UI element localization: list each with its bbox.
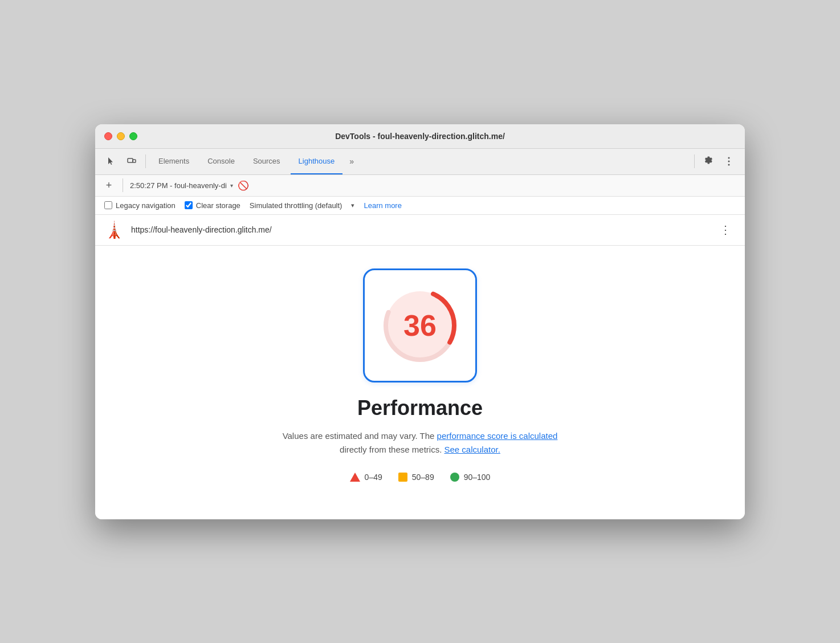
devtools-window: DevTools - foul-heavenly-direction.glitc… [95,124,745,519]
close-button[interactable] [104,132,112,140]
perf-score-link[interactable]: performance score is calculated [437,431,558,441]
score-value: 36 [403,308,437,343]
description-text: Values are estimated and may vary. The [283,431,435,441]
legacy-navigation-group: Legacy navigation [104,201,176,210]
legacy-navigation-checkbox[interactable] [104,201,112,209]
gauge-inner: 36 [374,280,466,371]
sec-divider [123,178,123,192]
window-title: DevTools - foul-heavenly-direction.glitc… [335,132,505,141]
svg-point-2 [728,157,730,159]
score-gauge: 36 [363,268,477,382]
svg-point-4 [728,164,730,166]
performance-title: Performance [357,396,483,420]
green-circle-icon [450,473,459,482]
traffic-lights [104,132,137,140]
clear-storage-group: Clear storage [185,201,240,210]
toolbar-divider [145,154,146,168]
maximize-button[interactable] [129,132,137,140]
description-middle: directly from these metrics. [340,445,442,454]
tab-lighthouse[interactable]: Lighthouse [291,148,343,174]
legend-label-orange: 50–89 [412,473,434,482]
score-legend: 0–49 50–89 90–100 [350,473,491,482]
calculator-link[interactable]: See calculator. [444,445,500,454]
cursor-tool-button[interactable] [102,152,120,170]
legend-label-red: 0–49 [365,473,382,482]
tab-console[interactable]: Console [199,148,243,174]
legend-item-red: 0–49 [350,473,382,482]
legacy-navigation-label: Legacy navigation [116,201,176,210]
tab-elements[interactable]: Elements [150,148,197,174]
main-menu-button[interactable] [720,152,738,170]
url-dropdown-arrow[interactable]: ▾ [230,182,233,189]
learn-more-link[interactable]: Learn more [364,201,401,210]
toolbar-right [692,152,738,170]
options-bar: Legacy navigation Clear storage Simulate… [95,197,745,215]
clear-storage-checkbox[interactable] [185,201,193,209]
score-gauge-container: 36 [363,268,477,382]
throttling-label: Simulated throttling (default) [250,201,342,210]
red-triangle-icon [350,473,360,482]
add-tab-button[interactable]: + [102,178,116,192]
main-content: 36 Performance Values are estimated and … [95,246,745,519]
audit-url-text: https://foul-heavenly-direction.glitch.m… [131,225,715,234]
throttling-dropdown-arrow[interactable]: ▾ [351,202,354,209]
url-display: 2:50:27 PM - foul-heavenly-di ▾ [130,181,233,190]
toolbar-right-divider [694,154,695,168]
lighthouse-logo-icon: 🗼 [104,221,124,239]
tab-toolbar: Elements Console Sources Lighthouse » [95,149,745,175]
audit-more-button[interactable]: ⋮ [715,221,736,239]
svg-rect-0 [128,158,133,162]
secondary-toolbar: + 2:50:27 PM - foul-heavenly-di ▾ 🚫 [95,175,745,197]
performance-description: Values are estimated and may vary. The p… [283,429,558,457]
legend-item-green: 90–100 [450,473,491,482]
url-time-text: 2:50:27 PM - foul-heavenly-di [130,181,227,190]
svg-rect-1 [133,160,136,162]
title-bar: DevTools - foul-heavenly-direction.glitc… [95,124,745,149]
settings-button[interactable] [699,152,717,170]
block-icon: 🚫 [238,180,249,191]
audit-row: 🗼 https://foul-heavenly-direction.glitch… [95,215,745,246]
legend-label-green: 90–100 [464,473,491,482]
orange-square-icon [398,473,407,482]
svg-point-3 [728,161,730,162]
clear-storage-label: Clear storage [196,201,240,210]
more-tabs-button[interactable]: » [345,148,358,174]
device-toolbar-button[interactable] [123,152,141,170]
minimize-button[interactable] [117,132,125,140]
tab-sources[interactable]: Sources [245,148,288,174]
legend-item-orange: 50–89 [398,473,434,482]
